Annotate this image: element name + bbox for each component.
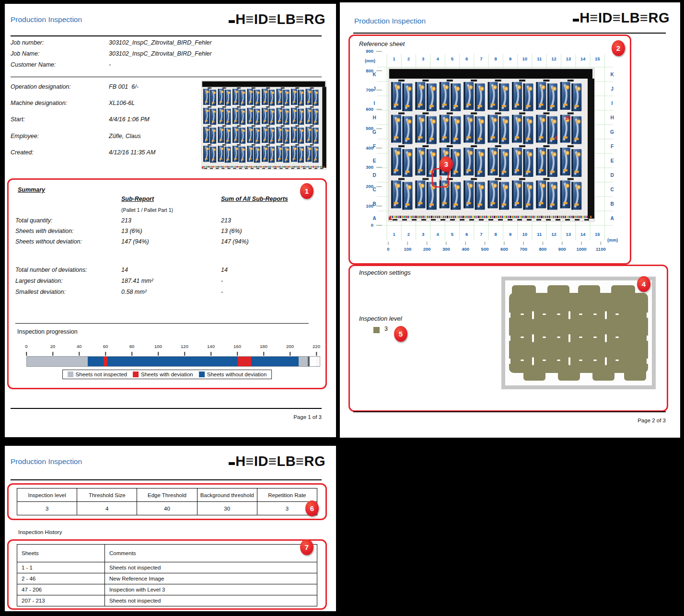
heidelberg-logo: H≡ID≡LB≡RG — [573, 10, 670, 26]
header-divider — [353, 33, 666, 34]
mm-tick-label: 800 — [539, 246, 547, 252]
legend-item: Sheets not inspected — [68, 372, 127, 377]
mm-tick-label: 500 — [481, 246, 489, 252]
field-value: Züfle, Claus — [109, 133, 141, 139]
column-label: 4 — [436, 232, 439, 237]
deviation-count-marker: 6 — [555, 135, 557, 140]
field-value: FB 001 6/- — [109, 83, 139, 90]
mm-tick-label: 400 — [462, 246, 469, 252]
field-value: 4/12/16 11:35 AM — [109, 149, 155, 156]
column-label: 7 — [480, 232, 482, 237]
column-label: 10 — [522, 232, 528, 237]
inspection-level-label: Inspection level — [359, 315, 402, 322]
axis-tick-label: 220 — [313, 344, 320, 349]
mm-tick-label: 300 — [366, 164, 373, 170]
legend-item: Sheets with deviation — [133, 372, 193, 377]
history-column-header: Sheets — [17, 545, 105, 562]
column-label: 7 — [480, 56, 482, 61]
mm-tick-label: 400 — [366, 145, 373, 151]
column-label: 11 — [537, 56, 542, 61]
row-label: I — [612, 101, 613, 106]
reference-sheet-chart: 1122334455667788991010111112121313141415… — [354, 46, 623, 256]
axis-tick-mark — [158, 352, 159, 356]
mm-tick-label: 0 — [371, 222, 373, 228]
mm-unit-label: (mm) — [607, 238, 618, 243]
mm-tick-label: 900 — [366, 48, 373, 54]
report-page-2: Production Inspection H≡ID≡LB≡RG Referen… — [340, 2, 680, 438]
axis-tick-label: 100 — [154, 344, 162, 349]
annotation-badge-1: 1 — [300, 183, 313, 199]
summary-row-label: Smallest deviation: — [15, 289, 66, 295]
settings-column-header: Repetition Rate — [257, 488, 317, 502]
inspection-mask-shape — [505, 280, 652, 385]
summary-sum-value: 147 (94%) — [221, 238, 249, 245]
summary-subreport-value: 13 (6%) — [121, 228, 142, 234]
page-number: Page 1 of 3 — [293, 414, 322, 420]
field-label: Employee: — [11, 133, 39, 139]
axis-tick-label: 200 — [286, 344, 294, 349]
inspection-history-heading: Inspection History — [18, 529, 62, 535]
footer-divider — [353, 411, 666, 412]
axis-tick-label: 160 — [233, 344, 241, 349]
legend-swatch — [68, 372, 73, 377]
column-label: 3 — [422, 232, 424, 237]
axis-tick-label: 40 — [77, 344, 82, 349]
report-page-1: Production Inspection H≡ID≡LB≡RG Job num… — [5, 4, 336, 437]
row-label: F — [611, 144, 614, 149]
summary-sum-value: - — [221, 289, 223, 295]
history-sheets-cell: 2 - 46 — [17, 573, 105, 584]
summary-row-label: Sheets without deviation: — [15, 238, 82, 245]
field-label: Operation designation: — [11, 83, 71, 90]
bar-segment — [88, 357, 104, 366]
field-value: XL106-6L — [109, 100, 135, 106]
field-value: 4/4/16 1:06 PM — [109, 116, 150, 123]
mm-unit-label: (mm) — [365, 58, 375, 63]
column-label: 3 — [422, 56, 424, 61]
axis-tick-label: 120 — [181, 344, 188, 349]
column-label: 2 — [407, 56, 410, 61]
summary-col1-header: Sub-Report — [121, 196, 154, 202]
summary-sum-value: 213 — [221, 217, 231, 224]
row-label: J — [373, 86, 376, 92]
annotation-badge-6: 6 — [305, 500, 319, 516]
legend-item: Sheets without deviation — [199, 372, 267, 377]
progression-bar — [26, 356, 320, 367]
column-label: 2 — [407, 232, 410, 237]
settings-column-header: Background threshold — [197, 488, 257, 502]
settings-value-cell: 4 — [77, 502, 137, 515]
summary-heading: Summary — [18, 186, 45, 193]
mm-tick-label: 1100 — [596, 246, 606, 252]
axis-tick-mark — [316, 352, 317, 356]
axis-tick-mark — [237, 352, 238, 356]
chart-legend: Sheets not inspectedSheets with deviatio… — [62, 370, 272, 379]
table-row: 2 - 46New Reference Image — [17, 573, 317, 584]
legend-label: Sheets not inspected — [76, 372, 127, 377]
table-row: 207 - 213Sheets not inspected — [17, 595, 317, 606]
mm-tick-label: 600 — [366, 106, 373, 112]
axis-tick-mark — [26, 352, 27, 356]
mm-tick-label: 800 — [366, 68, 373, 73]
column-label: 15 — [595, 232, 600, 237]
summary-section: Summary Sub-Report Sum of All Sub-Report… — [7, 178, 327, 389]
row-label: G — [610, 129, 614, 135]
annotation-badge-7: 7 — [300, 539, 313, 555]
bar-segment — [251, 357, 299, 366]
bar-segment — [104, 357, 107, 366]
summary-row-label: Total number of deviations: — [15, 267, 87, 273]
axis-tick-label: 140 — [207, 344, 215, 349]
progression-title: Inspection progression — [17, 328, 78, 335]
footer-divider — [11, 408, 322, 409]
column-label: 12 — [551, 56, 556, 61]
inspection-level-swatch — [373, 327, 380, 333]
summary-row-label: Largest deviation: — [15, 278, 63, 284]
axis-tick-mark — [105, 352, 106, 356]
column-label: 1 — [393, 232, 396, 237]
axis-tick-label: 80 — [129, 344, 135, 349]
mm-tick-label: 200 — [423, 246, 431, 252]
bar-segment — [27, 357, 88, 366]
summary-inner-divider — [15, 323, 309, 324]
inspection-mask-image — [501, 277, 656, 389]
column-label: 13 — [566, 232, 571, 237]
inspection-level-value: 3 — [384, 325, 388, 332]
inspection-mask-canvas — [505, 280, 652, 385]
